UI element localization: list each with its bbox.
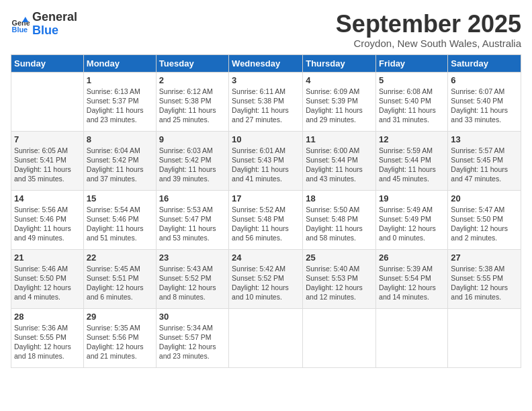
cell-content: Sunrise: 5:47 AM Sunset: 5:50 PM Dayligh… — [451, 205, 518, 243]
calendar-cell: 10Sunrise: 6:01 AM Sunset: 5:43 PM Dayli… — [229, 131, 303, 190]
cell-content: Sunrise: 5:49 AM Sunset: 5:49 PM Dayligh… — [379, 205, 445, 243]
calendar-cell: 3Sunrise: 6:11 AM Sunset: 5:38 PM Daylig… — [229, 72, 303, 131]
cell-content: Sunrise: 5:45 AM Sunset: 5:51 PM Dayligh… — [87, 264, 153, 302]
calendar-cell: 11Sunrise: 6:00 AM Sunset: 5:44 PM Dayli… — [303, 131, 376, 190]
cell-content: Sunrise: 6:03 AM Sunset: 5:42 PM Dayligh… — [159, 146, 226, 184]
day-number: 2 — [159, 75, 226, 85]
cell-content: Sunrise: 5:59 AM Sunset: 5:44 PM Dayligh… — [379, 146, 445, 184]
day-number: 3 — [232, 75, 300, 85]
calendar-table: SundayMondayTuesdayWednesdayThursdayFrid… — [11, 54, 521, 368]
col-header-thursday: Thursday — [303, 54, 376, 72]
calendar-cell: 8Sunrise: 6:04 AM Sunset: 5:42 PM Daylig… — [83, 131, 156, 190]
day-number: 1 — [87, 75, 153, 85]
calendar-cell: 22Sunrise: 5:45 AM Sunset: 5:51 PM Dayli… — [83, 249, 156, 308]
day-number: 23 — [159, 253, 226, 263]
calendar-cell: 12Sunrise: 5:59 AM Sunset: 5:44 PM Dayli… — [376, 131, 448, 190]
cell-content: Sunrise: 5:42 AM Sunset: 5:52 PM Dayligh… — [232, 264, 300, 302]
month-title: September 2025 — [336, 11, 521, 38]
page-header: General Blue General Blue September 2025… — [11, 11, 521, 49]
cell-content: Sunrise: 6:09 AM Sunset: 5:39 PM Dayligh… — [306, 87, 373, 125]
calendar-cell: 24Sunrise: 5:42 AM Sunset: 5:52 PM Dayli… — [229, 249, 303, 308]
calendar-cell — [448, 308, 521, 367]
day-number: 16 — [159, 193, 226, 203]
calendar-cell: 25Sunrise: 5:40 AM Sunset: 5:53 PM Dayli… — [303, 249, 376, 308]
day-number: 10 — [232, 134, 300, 144]
calendar-cell: 5Sunrise: 6:08 AM Sunset: 5:40 PM Daylig… — [376, 72, 448, 131]
cell-content: Sunrise: 6:04 AM Sunset: 5:42 PM Dayligh… — [87, 146, 153, 184]
cell-content: Sunrise: 5:39 AM Sunset: 5:54 PM Dayligh… — [379, 264, 445, 302]
day-number: 12 — [379, 134, 445, 144]
cell-content: Sunrise: 5:56 AM Sunset: 5:46 PM Dayligh… — [14, 205, 81, 243]
calendar-cell — [11, 72, 84, 131]
calendar-cell: 17Sunrise: 5:52 AM Sunset: 5:48 PM Dayli… — [229, 190, 303, 249]
col-header-friday: Friday — [376, 54, 448, 72]
calendar-cell — [376, 308, 448, 367]
calendar-cell: 21Sunrise: 5:46 AM Sunset: 5:50 PM Dayli… — [11, 249, 84, 308]
day-number: 22 — [87, 253, 153, 263]
calendar-cell: 13Sunrise: 5:57 AM Sunset: 5:45 PM Dayli… — [448, 131, 521, 190]
day-number: 29 — [87, 312, 153, 322]
cell-content: Sunrise: 5:34 AM Sunset: 5:57 PM Dayligh… — [159, 323, 226, 361]
day-number: 13 — [451, 134, 518, 144]
day-number: 24 — [232, 253, 300, 263]
location-subtitle: Croydon, New South Wales, Australia — [336, 38, 521, 49]
cell-content: Sunrise: 6:00 AM Sunset: 5:44 PM Dayligh… — [306, 146, 373, 184]
day-number: 18 — [306, 193, 373, 203]
calendar-cell: 23Sunrise: 5:43 AM Sunset: 5:52 PM Dayli… — [156, 249, 228, 308]
calendar-week-row: 7Sunrise: 6:05 AM Sunset: 5:41 PM Daylig… — [11, 131, 521, 190]
calendar-cell: 7Sunrise: 6:05 AM Sunset: 5:41 PM Daylig… — [11, 131, 84, 190]
day-number: 20 — [451, 193, 518, 203]
calendar-cell: 6Sunrise: 6:07 AM Sunset: 5:40 PM Daylig… — [448, 72, 521, 131]
col-header-sunday: Sunday — [11, 54, 84, 72]
cell-content: Sunrise: 5:43 AM Sunset: 5:52 PM Dayligh… — [159, 264, 226, 302]
calendar-cell: 18Sunrise: 5:50 AM Sunset: 5:48 PM Dayli… — [303, 190, 376, 249]
cell-content: Sunrise: 5:52 AM Sunset: 5:48 PM Dayligh… — [232, 205, 300, 243]
cell-content: Sunrise: 5:38 AM Sunset: 5:55 PM Dayligh… — [451, 264, 518, 302]
calendar-week-row: 28Sunrise: 5:36 AM Sunset: 5:55 PM Dayli… — [11, 308, 521, 367]
cell-content: Sunrise: 5:40 AM Sunset: 5:53 PM Dayligh… — [306, 264, 373, 302]
day-number: 5 — [379, 75, 445, 85]
cell-content: Sunrise: 5:53 AM Sunset: 5:47 PM Dayligh… — [159, 205, 226, 243]
calendar-week-row: 14Sunrise: 5:56 AM Sunset: 5:46 PM Dayli… — [11, 190, 521, 249]
col-header-monday: Monday — [83, 54, 156, 72]
svg-text:Blue: Blue — [12, 25, 28, 33]
calendar-cell: 1Sunrise: 6:13 AM Sunset: 5:37 PM Daylig… — [83, 72, 156, 131]
cell-content: Sunrise: 6:11 AM Sunset: 5:38 PM Dayligh… — [232, 87, 300, 125]
calendar-cell: 28Sunrise: 5:36 AM Sunset: 5:55 PM Dayli… — [11, 308, 84, 367]
day-number: 11 — [306, 134, 373, 144]
cell-content: Sunrise: 5:54 AM Sunset: 5:46 PM Dayligh… — [87, 205, 153, 243]
calendar-cell: 4Sunrise: 6:09 AM Sunset: 5:39 PM Daylig… — [303, 72, 376, 131]
cell-content: Sunrise: 6:01 AM Sunset: 5:43 PM Dayligh… — [232, 146, 300, 184]
day-number: 6 — [451, 75, 518, 85]
day-number: 28 — [14, 312, 81, 322]
calendar-cell: 14Sunrise: 5:56 AM Sunset: 5:46 PM Dayli… — [11, 190, 84, 249]
cell-content: Sunrise: 5:35 AM Sunset: 5:56 PM Dayligh… — [87, 323, 153, 361]
logo-icon: General Blue — [11, 15, 30, 34]
calendar-cell: 16Sunrise: 5:53 AM Sunset: 5:47 PM Dayli… — [156, 190, 228, 249]
day-number: 15 — [87, 193, 153, 203]
calendar-cell: 15Sunrise: 5:54 AM Sunset: 5:46 PM Dayli… — [83, 190, 156, 249]
col-header-tuesday: Tuesday — [156, 54, 228, 72]
calendar-cell: 29Sunrise: 5:35 AM Sunset: 5:56 PM Dayli… — [83, 308, 156, 367]
calendar-week-row: 1Sunrise: 6:13 AM Sunset: 5:37 PM Daylig… — [11, 72, 521, 131]
cell-content: Sunrise: 6:13 AM Sunset: 5:37 PM Dayligh… — [87, 87, 153, 125]
day-number: 26 — [379, 253, 445, 263]
logo-text: General Blue — [32, 11, 77, 38]
day-number: 4 — [306, 75, 373, 85]
day-number: 17 — [232, 193, 300, 203]
day-number: 7 — [14, 134, 81, 144]
day-number: 25 — [306, 253, 373, 263]
calendar-cell: 27Sunrise: 5:38 AM Sunset: 5:55 PM Dayli… — [448, 249, 521, 308]
day-number: 8 — [87, 134, 153, 144]
cell-content: Sunrise: 5:46 AM Sunset: 5:50 PM Dayligh… — [14, 264, 81, 302]
cell-content: Sunrise: 6:05 AM Sunset: 5:41 PM Dayligh… — [14, 146, 81, 184]
col-header-wednesday: Wednesday — [229, 54, 303, 72]
day-number: 14 — [14, 193, 81, 203]
calendar-cell: 30Sunrise: 5:34 AM Sunset: 5:57 PM Dayli… — [156, 308, 228, 367]
calendar-cell: 2Sunrise: 6:12 AM Sunset: 5:38 PM Daylig… — [156, 72, 228, 131]
cell-content: Sunrise: 6:07 AM Sunset: 5:40 PM Dayligh… — [451, 87, 518, 125]
cell-content: Sunrise: 5:50 AM Sunset: 5:48 PM Dayligh… — [306, 205, 373, 243]
day-number: 9 — [159, 134, 226, 144]
calendar-cell — [229, 308, 303, 367]
day-number: 19 — [379, 193, 445, 203]
